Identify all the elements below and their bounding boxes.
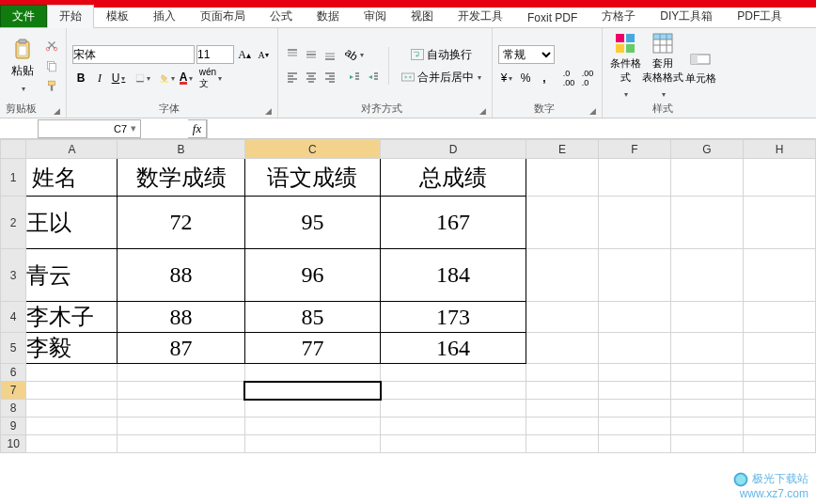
cell-F7[interactable]: [598, 382, 670, 400]
cell-C3[interactable]: 96: [244, 249, 381, 302]
increase-decimal-button[interactable]: .0.00: [560, 70, 577, 87]
cell-D10[interactable]: [381, 435, 526, 453]
cell-F3[interactable]: [598, 249, 670, 302]
italic-button[interactable]: I: [91, 70, 108, 87]
increase-indent-button[interactable]: [365, 69, 382, 86]
cut-button[interactable]: [43, 37, 60, 54]
align-launcher-icon[interactable]: ◢: [479, 106, 486, 116]
row-header-3[interactable]: 3: [1, 249, 26, 302]
cell-C7[interactable]: [244, 382, 381, 400]
cell-F9[interactable]: [598, 417, 670, 435]
underline-button[interactable]: U: [110, 70, 127, 87]
cell-G4[interactable]: [670, 302, 743, 333]
paste-button[interactable]: 粘贴: [6, 32, 39, 100]
cell-A10[interactable]: [26, 435, 118, 453]
cell-H8[interactable]: [743, 400, 815, 417]
tab-6[interactable]: 审阅: [352, 5, 399, 27]
table-format-button[interactable]: 套用 表格格式: [646, 32, 680, 100]
cell-A4[interactable]: 李木子: [26, 302, 118, 333]
cell-A6[interactable]: [26, 364, 118, 382]
cell-E10[interactable]: [526, 435, 598, 453]
increase-font-button[interactable]: A▴: [236, 46, 253, 63]
number-format-select[interactable]: 常规: [498, 45, 555, 64]
row-header-8[interactable]: 8: [1, 400, 26, 417]
tab-2[interactable]: 插入: [141, 5, 188, 27]
decrease-font-button[interactable]: A▾: [255, 46, 272, 63]
cell-G8[interactable]: [670, 400, 743, 417]
bold-button[interactable]: B: [72, 70, 89, 87]
select-all-corner[interactable]: [1, 140, 26, 159]
cell-B2[interactable]: 72: [118, 197, 244, 249]
cell-D2[interactable]: 167: [381, 197, 526, 249]
cell-D5[interactable]: 164: [381, 333, 526, 364]
cell-styles-button[interactable]: 单元格: [683, 32, 717, 100]
col-header-F[interactable]: F: [598, 140, 670, 159]
cell-H1[interactable]: [743, 159, 815, 197]
cell-C8[interactable]: [244, 400, 381, 417]
col-header-E[interactable]: E: [526, 140, 598, 159]
cell-H10[interactable]: [743, 435, 815, 453]
col-header-G[interactable]: G: [670, 140, 743, 159]
cell-A7[interactable]: [26, 382, 118, 400]
cell-F8[interactable]: [598, 400, 670, 417]
cell-H7[interactable]: [743, 382, 815, 400]
cell-E8[interactable]: [526, 400, 598, 417]
cell-G6[interactable]: [670, 364, 743, 382]
fill-color-button[interactable]: [159, 70, 176, 87]
format-painter-button[interactable]: [43, 78, 60, 95]
cell-C10[interactable]: [244, 435, 381, 453]
cell-F4[interactable]: [598, 302, 670, 333]
copy-button[interactable]: [43, 57, 60, 74]
cell-B8[interactable]: [118, 400, 244, 417]
cell-F10[interactable]: [598, 435, 670, 453]
comma-button[interactable]: ,: [536, 70, 553, 87]
font-launcher-icon[interactable]: ◢: [265, 106, 272, 116]
align-middle-button[interactable]: [303, 46, 320, 63]
col-header-H[interactable]: H: [743, 140, 815, 159]
cell-E9[interactable]: [526, 417, 598, 435]
cell-H3[interactable]: [743, 249, 815, 302]
cell-D1[interactable]: 总成绩: [381, 159, 526, 197]
tab-1[interactable]: 模板: [94, 5, 141, 27]
tab-4[interactable]: 公式: [258, 5, 305, 27]
cell-E4[interactable]: [526, 302, 598, 333]
cell-G7[interactable]: [670, 382, 743, 400]
cell-A8[interactable]: [26, 400, 118, 417]
cell-D4[interactable]: 173: [381, 302, 526, 333]
cell-H5[interactable]: [743, 333, 815, 364]
cell-E3[interactable]: [526, 249, 598, 302]
cell-A2[interactable]: 王以: [26, 197, 118, 249]
cell-G2[interactable]: [670, 197, 743, 249]
row-header-7[interactable]: 7: [1, 382, 26, 400]
align-left-button[interactable]: [284, 69, 301, 86]
cell-B3[interactable]: 88: [118, 249, 244, 302]
tab-7[interactable]: 视图: [399, 5, 446, 27]
formula-input[interactable]: [207, 119, 816, 138]
cell-H4[interactable]: [743, 302, 815, 333]
col-header-A[interactable]: A: [26, 140, 118, 159]
cell-E1[interactable]: [526, 159, 598, 197]
tab-0[interactable]: 开始: [47, 5, 94, 28]
cell-F5[interactable]: [598, 333, 670, 364]
cell-G1[interactable]: [670, 159, 743, 197]
cell-D9[interactable]: [381, 417, 526, 435]
cell-B7[interactable]: [118, 382, 244, 400]
border-button[interactable]: [134, 70, 151, 87]
cell-G9[interactable]: [670, 417, 743, 435]
cell-C4[interactable]: 85: [244, 302, 381, 333]
align-center-button[interactable]: [303, 69, 320, 86]
row-header-10[interactable]: 10: [1, 435, 26, 453]
font-color-button[interactable]: A: [178, 70, 195, 87]
cell-B1[interactable]: 数学成绩: [118, 159, 244, 197]
row-header-9[interactable]: 9: [1, 417, 26, 435]
merge-center-button[interactable]: 合并后居中: [396, 69, 486, 86]
orientation-button[interactable]: ab: [346, 46, 363, 63]
phonetic-button[interactable]: wén文: [202, 70, 219, 87]
cell-D8[interactable]: [381, 400, 526, 417]
cell-B6[interactable]: [118, 364, 244, 382]
cell-E5[interactable]: [526, 333, 598, 364]
cell-E6[interactable]: [526, 364, 598, 382]
name-box[interactable]: C7 ▾: [38, 119, 141, 138]
cell-E7[interactable]: [526, 382, 598, 400]
cell-H6[interactable]: [743, 364, 815, 382]
